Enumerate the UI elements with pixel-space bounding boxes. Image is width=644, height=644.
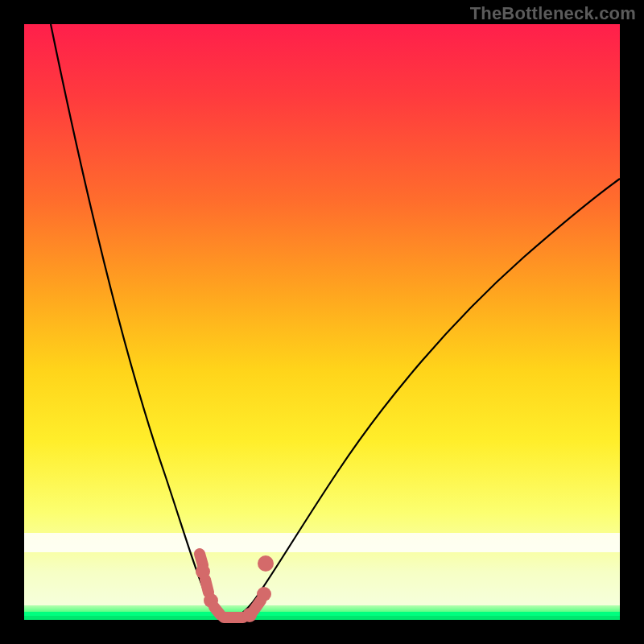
curve-layer bbox=[24, 24, 620, 620]
marker-seg-l1 bbox=[200, 554, 203, 565]
curve-right-branch bbox=[228, 179, 620, 619]
marker-cluster bbox=[196, 554, 274, 622]
chart-frame: TheBottleneck.com bbox=[0, 0, 644, 644]
marker-seg-r1 bbox=[253, 601, 261, 612]
marker-seg-l2 bbox=[205, 580, 208, 592]
curve-left-branch bbox=[51, 24, 228, 619]
marker-dot-4 bbox=[257, 587, 271, 601]
watermark-text: TheBottleneck.com bbox=[470, 3, 636, 24]
plot-area bbox=[24, 24, 620, 620]
marker-dot-5 bbox=[258, 555, 274, 572]
